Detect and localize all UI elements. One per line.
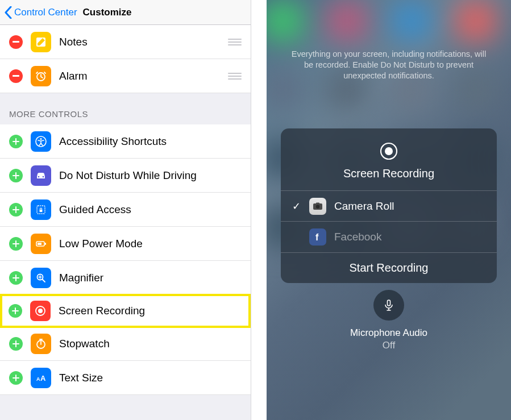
magnifier-icon — [31, 268, 51, 288]
included-list: Notes Alarm — [0, 25, 251, 93]
microphone-block: Microphone Audio Off — [267, 290, 511, 351]
microphone-label: Microphone Audio — [350, 327, 427, 339]
more-row-guided-access[interactable]: Guided Access — [0, 193, 251, 227]
checkmark-icon: ✓ — [291, 200, 301, 213]
plus-icon — [13, 375, 19, 381]
add-button[interactable] — [9, 337, 23, 351]
svg-point-18 — [385, 147, 393, 155]
more-row-magnifier[interactable]: Magnifier — [0, 261, 251, 295]
row-label: Text Size — [59, 372, 242, 384]
record-icon — [379, 141, 399, 161]
minus-icon — [13, 41, 19, 42]
battery-icon — [31, 234, 51, 254]
facebook-icon: f — [309, 228, 326, 246]
more-row-dnd-driving[interactable]: Do Not Disturb While Driving — [0, 159, 251, 193]
add-button[interactable] — [9, 237, 23, 251]
add-button[interactable] — [9, 135, 23, 148]
microphone-state: Off — [383, 340, 395, 351]
more-controls-list: Accessibility Shortcuts Do Not Disturb W… — [0, 124, 251, 395]
nav-bar: Control Center Customize — [0, 0, 251, 25]
add-button[interactable] — [9, 271, 23, 285]
included-row-notes[interactable]: Notes — [0, 25, 251, 59]
row-label: Guided Access — [59, 203, 242, 216]
more-row-low-power[interactable]: Low Power Mode — [0, 227, 251, 261]
minus-icon — [13, 75, 19, 76]
plus-icon — [13, 172, 19, 179]
svg-text:A: A — [36, 376, 40, 382]
sheet-title: Screen Recording — [343, 167, 434, 180]
svg-text:A: A — [40, 374, 46, 382]
section-header-more: MORE CONTROLS — [0, 93, 251, 124]
settings-screen: Control Center Customize Notes Alarm MOR… — [0, 0, 251, 420]
drag-handle-icon[interactable] — [228, 73, 242, 80]
svg-point-5 — [43, 176, 44, 177]
recording-warning: Everything on your screen, including not… — [289, 49, 488, 81]
plus-icon — [13, 206, 19, 213]
destination-list: ✓ Camera Roll f Facebook — [281, 190, 497, 252]
svg-point-4 — [38, 176, 40, 177]
row-label: Stopwatch — [59, 338, 242, 350]
destination-label: Facebook — [334, 231, 381, 243]
svg-rect-9 — [38, 243, 41, 245]
row-label: Do Not Disturb While Driving — [59, 169, 242, 182]
more-row-text-size[interactable]: AA Text Size — [0, 361, 251, 395]
row-label: Notes — [59, 36, 228, 48]
add-button[interactable] — [9, 304, 22, 318]
plus-icon — [13, 340, 19, 347]
text-size-icon: AA — [31, 368, 51, 388]
accessibility-icon — [31, 131, 51, 152]
svg-rect-7 — [40, 210, 43, 212]
plus-icon — [12, 307, 19, 314]
lock-icon — [31, 199, 51, 220]
svg-rect-21 — [316, 202, 319, 204]
svg-point-20 — [316, 205, 319, 208]
remove-button[interactable] — [9, 69, 23, 83]
sheet-header: Screen Recording — [281, 128, 497, 190]
alarm-icon — [31, 66, 51, 86]
svg-rect-23 — [388, 300, 390, 306]
row-label: Low Power Mode — [59, 238, 242, 250]
start-recording-button[interactable]: Start Recording — [281, 252, 497, 283]
drag-handle-icon[interactable] — [228, 39, 242, 45]
row-label: Screen Recording — [59, 305, 239, 317]
chevron-left-icon — [5, 6, 12, 19]
add-button[interactable] — [9, 203, 23, 217]
more-row-stopwatch[interactable]: Stopwatch — [0, 327, 251, 361]
svg-point-3 — [40, 138, 41, 139]
svg-point-13 — [38, 309, 43, 313]
row-label: Alarm — [59, 70, 228, 82]
plus-icon — [13, 240, 19, 247]
back-button[interactable]: Control Center — [0, 6, 77, 19]
stopwatch-icon — [31, 334, 51, 354]
destination-facebook[interactable]: f Facebook — [281, 222, 497, 252]
camera-roll-icon — [309, 198, 326, 215]
more-row-screen-recording[interactable]: Screen Recording — [0, 294, 251, 328]
add-button[interactable] — [9, 169, 23, 182]
more-row-accessibility[interactable]: Accessibility Shortcuts — [0, 124, 251, 159]
back-label: Control Center — [14, 7, 77, 18]
microphone-button[interactable] — [373, 290, 404, 321]
screen-recording-sheet: Screen Recording ✓ Camera Roll f Faceboo… — [281, 128, 497, 283]
remove-button[interactable] — [9, 35, 23, 49]
row-label: Magnifier — [59, 272, 242, 284]
control-center-screen: Everything on your screen, including not… — [267, 0, 511, 420]
record-icon — [30, 301, 51, 321]
svg-text:f: f — [315, 232, 319, 242]
destination-label: Camera Roll — [334, 200, 394, 213]
svg-rect-10 — [45, 243, 46, 245]
car-icon — [31, 165, 51, 186]
row-label: Accessibility Shortcuts — [59, 135, 242, 148]
notes-icon — [31, 32, 51, 52]
add-button[interactable] — [9, 371, 23, 385]
microphone-icon — [382, 298, 396, 312]
destination-camera-roll[interactable]: ✓ Camera Roll — [281, 191, 497, 222]
included-row-alarm[interactable]: Alarm — [0, 59, 251, 93]
plus-icon — [13, 138, 19, 145]
plus-icon — [13, 275, 19, 281]
